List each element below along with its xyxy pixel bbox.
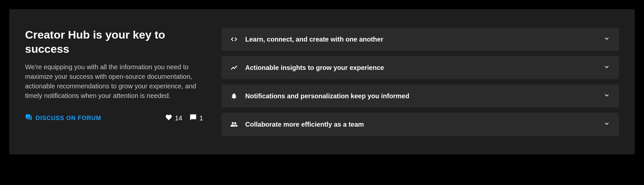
comments-count: 1: [199, 114, 203, 122]
heart-icon: [165, 114, 172, 123]
code-icon: [230, 35, 238, 43]
comment-icon: [190, 114, 197, 123]
stats-group: 14 1: [165, 114, 203, 123]
accordion-list: Learn, connect, and create with one anot…: [221, 28, 619, 136]
accordion-item-notifications[interactable]: Notifications and personalization keep y…: [221, 84, 619, 108]
bell-icon: [230, 92, 238, 100]
info-panel: Creator Hub is your key to success We're…: [9, 9, 635, 154]
chevron-down-icon: [603, 63, 610, 72]
analytics-icon: [230, 64, 238, 72]
chevron-down-icon: [603, 92, 610, 100]
forum-icon: [25, 114, 32, 123]
accordion-item-insights[interactable]: Actionable insights to grow your experie…: [221, 56, 619, 79]
accordion-item-collaborate[interactable]: Collaborate more efficiently as a team: [221, 113, 619, 136]
accordion-item-label: Notifications and personalization keep y…: [245, 92, 603, 100]
chevron-down-icon: [603, 35, 610, 44]
panel-description: We're equipping you with all the informa…: [25, 62, 203, 101]
likes-stat[interactable]: 14: [165, 114, 182, 123]
accordion-item-label: Collaborate more efficiently as a team: [245, 121, 603, 128]
chevron-down-icon: [603, 120, 610, 129]
likes-count: 14: [175, 114, 182, 122]
forum-link-label: DISCUSS ON FORUM: [36, 115, 101, 122]
panel-title: Creator Hub is your key to success: [25, 28, 203, 56]
accordion-item-learn[interactable]: Learn, connect, and create with one anot…: [221, 28, 619, 51]
accordion-item-label: Actionable insights to grow your experie…: [245, 64, 603, 72]
accordion-item-label: Learn, connect, and create with one anot…: [245, 36, 603, 43]
comments-stat[interactable]: 1: [190, 114, 203, 123]
discuss-on-forum-link[interactable]: DISCUSS ON FORUM: [25, 114, 101, 123]
left-column: Creator Hub is your key to success We're…: [25, 28, 203, 136]
left-footer: DISCUSS ON FORUM 14 1: [25, 114, 203, 123]
group-icon: [230, 120, 238, 128]
